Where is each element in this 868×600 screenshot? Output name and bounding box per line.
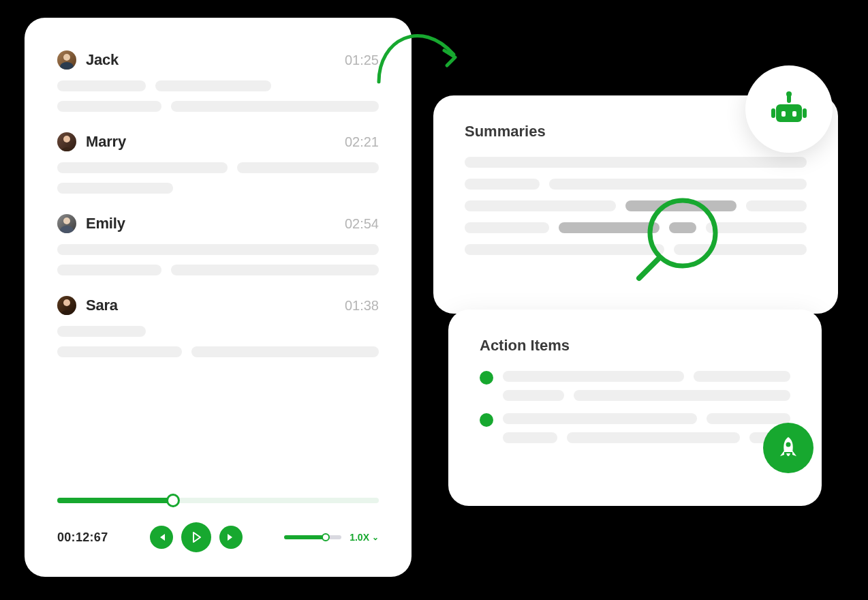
progress-knob[interactable] [166, 494, 180, 507]
svg-point-8 [786, 91, 792, 97]
bullet-icon [480, 413, 493, 427]
svg-rect-9 [781, 111, 786, 117]
avatar [57, 132, 76, 151]
speaker-name: Marry [86, 133, 126, 151]
action-item [480, 371, 790, 401]
speed-value: 1.0X [350, 532, 369, 543]
transcript-card: Jack 01:25 Marry 02:21 [25, 18, 412, 577]
speed-selector[interactable]: 1.0X ⌄ [350, 532, 379, 543]
transcript-entry: Jack 01:25 [57, 50, 379, 112]
action-items-title: Action Items [480, 337, 790, 355]
rocket-badge [763, 423, 813, 473]
speaker-name: Emily [86, 215, 125, 232]
svg-point-2 [63, 136, 70, 142]
play-button[interactable] [181, 522, 211, 552]
svg-point-3 [63, 217, 70, 224]
next-button[interactable] [219, 526, 243, 549]
svg-point-1 [60, 62, 74, 70]
svg-point-4 [60, 226, 74, 233]
skip-back-icon [157, 532, 166, 542]
placeholder-lines [57, 162, 379, 194]
timestamp: 01:25 [345, 52, 379, 68]
skip-forward-icon [226, 532, 236, 542]
svg-point-0 [63, 54, 70, 61]
avatar [57, 296, 76, 315]
svg-rect-10 [792, 111, 796, 117]
transcript-entry: Marry 02:21 [57, 132, 379, 194]
timestamp: 02:54 [345, 216, 379, 232]
action-item [480, 413, 790, 443]
svg-rect-6 [776, 104, 802, 122]
audio-player: 00:12:67 [57, 498, 379, 552]
placeholder-lines [57, 244, 379, 275]
action-items-card: Action Items [448, 310, 822, 506]
rocket-icon [775, 434, 802, 462]
placeholder-lines [57, 80, 379, 112]
robot-icon [769, 89, 809, 129]
timestamp: 01:38 [345, 298, 379, 314]
speaker-name: Sara [86, 297, 118, 314]
placeholder-lines [465, 157, 807, 255]
timestamp: 02:21 [345, 134, 379, 150]
placeholder-lines [57, 326, 379, 357]
svg-rect-11 [771, 108, 775, 118]
transcript-entry: Emily 02:54 [57, 214, 379, 275]
ai-bot-badge [745, 65, 833, 153]
volume-slider[interactable] [284, 535, 341, 539]
svg-point-5 [63, 299, 70, 306]
speaker-name: Jack [86, 51, 119, 69]
chevron-down-icon: ⌄ [372, 532, 379, 542]
svg-rect-12 [803, 108, 807, 118]
avatar [57, 50, 76, 70]
volume-knob[interactable] [322, 533, 330, 541]
transcript-entry: Sara 01:38 [57, 296, 379, 357]
svg-point-15 [786, 442, 791, 447]
avatar [57, 214, 76, 233]
prev-button[interactable] [150, 526, 173, 549]
progress-track[interactable] [57, 498, 379, 503]
bullet-icon [480, 371, 493, 385]
play-icon [190, 531, 202, 543]
elapsed-time: 00:12:67 [57, 530, 108, 545]
